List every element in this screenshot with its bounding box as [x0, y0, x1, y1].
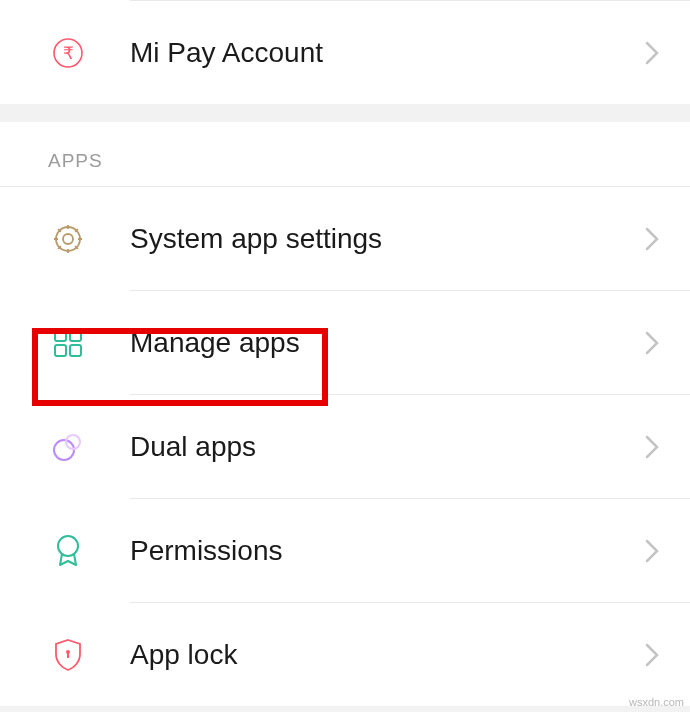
- watermark: wsxdn.com: [629, 696, 684, 708]
- permissions-label: Permissions: [130, 535, 642, 567]
- medal-icon: [48, 531, 88, 571]
- svg-text:₹: ₹: [63, 44, 74, 63]
- chevron-right-icon: [642, 535, 662, 567]
- system-app-label: System app settings: [130, 223, 642, 255]
- chevron-right-icon: [642, 639, 662, 671]
- chevron-right-icon: [642, 431, 662, 463]
- permissions-row[interactable]: Permissions: [0, 499, 690, 602]
- shield-lock-icon: [48, 635, 88, 675]
- system-app-settings-row[interactable]: System app settings: [0, 187, 690, 290]
- section-gap: [0, 104, 690, 122]
- dual-circles-icon: [48, 427, 88, 467]
- chevron-right-icon: [642, 37, 662, 69]
- gear-icon: [48, 219, 88, 259]
- chevron-right-icon: [642, 327, 662, 359]
- dual-apps-label: Dual apps: [130, 431, 642, 463]
- dual-apps-row[interactable]: Dual apps: [0, 395, 690, 498]
- svg-rect-6: [55, 345, 66, 356]
- manage-apps-label: Manage apps: [130, 327, 642, 359]
- svg-point-3: [56, 227, 80, 251]
- mi-pay-label: Mi Pay Account: [130, 37, 642, 69]
- app-lock-label: App lock: [130, 639, 642, 671]
- app-lock-row[interactable]: App lock: [0, 603, 690, 706]
- apps-section-header: APPS: [0, 122, 690, 187]
- svg-point-2: [63, 234, 73, 244]
- svg-rect-5: [70, 330, 81, 341]
- accounts-section: ₹ Mi Pay Account: [0, 0, 690, 104]
- grid-icon: [48, 323, 88, 363]
- svg-rect-12: [67, 653, 69, 658]
- svg-point-10: [58, 536, 78, 556]
- mi-pay-account-row[interactable]: ₹ Mi Pay Account: [0, 1, 690, 104]
- rupee-icon: ₹: [48, 33, 88, 73]
- apps-section: APPS System app settings M: [0, 122, 690, 706]
- svg-point-8: [54, 440, 74, 460]
- svg-rect-4: [55, 330, 66, 341]
- chevron-right-icon: [642, 223, 662, 255]
- manage-apps-row[interactable]: Manage apps: [0, 291, 690, 394]
- svg-rect-7: [70, 345, 81, 356]
